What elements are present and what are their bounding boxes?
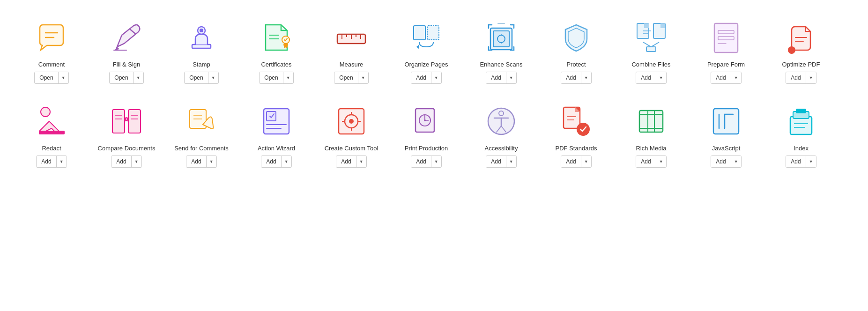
action-wizard-main-button[interactable]: Add [261,156,281,167]
svg-rect-23 [646,47,656,52]
create-custom-tool-arrow-button[interactable]: ▼ [356,156,366,167]
create-custom-tool-main-button[interactable]: Add [336,156,356,167]
accessibility-button-group: Add▼ [486,156,516,168]
tool-item-send-for-comments: Send for CommentsAdd▼ [164,93,239,172]
print-production-icon [408,103,445,140]
svg-rect-33 [39,131,65,134]
svg-rect-35 [112,110,125,133]
compare-documents-label: Compare Documents [98,145,156,152]
send-for-comments-button-group: Add▼ [186,156,216,168]
accessibility-label: Accessibility [485,145,518,152]
measure-main-button[interactable]: Open [334,72,357,83]
certificates-main-button[interactable]: Open [260,72,282,83]
javascript-label: JavaScript [712,145,741,152]
svg-point-30 [788,46,795,54]
fill-sign-main-button[interactable]: Open [110,72,133,83]
accessibility-main-button[interactable]: Add [486,156,505,167]
stamp-main-button[interactable]: Open [185,72,208,83]
measure-button-group: Open▼ [334,72,368,84]
measure-label: Measure [340,61,364,68]
send-for-comments-icon [183,103,220,140]
certificates-button-group: Open▼ [259,72,293,84]
action-wizard-icon [258,103,295,140]
pdf-standards-label: PDF Standards [556,145,597,152]
tool-item-combine-files: Combine FilesAdd▼ [614,9,689,89]
tool-item-protect: ProtectAdd▼ [539,9,614,89]
javascript-button-group: Add▼ [711,156,741,168]
certificates-arrow-button[interactable]: ▼ [283,72,293,83]
combine-files-main-button[interactable]: Add [636,72,655,83]
enhance-scans-icon [482,19,520,56]
index-arrow-button[interactable]: ▼ [806,156,816,167]
rich-media-icon [632,103,670,140]
compare-documents-arrow-button[interactable]: ▼ [131,156,141,167]
svg-point-50 [349,119,354,124]
action-wizard-button-group: Add▼ [261,156,291,168]
redact-main-button[interactable]: Add [37,156,56,167]
organize-pages-icon [408,19,445,56]
enhance-scans-arrow-button[interactable]: ▼ [506,72,516,83]
pdf-standards-main-button[interactable]: Add [561,156,580,167]
organize-pages-arrow-button[interactable]: ▼ [431,72,441,83]
tool-item-redact: RedactAdd▼ [14,93,89,172]
stamp-icon [183,19,220,56]
organize-pages-main-button[interactable]: Add [411,72,430,83]
optimize-pdf-main-button[interactable]: Add [786,72,805,83]
redact-arrow-button[interactable]: ▼ [56,156,67,167]
fill-sign-arrow-button[interactable]: ▼ [133,72,143,83]
send-for-comments-main-button[interactable]: Add [186,156,206,167]
create-custom-tool-icon [333,103,370,140]
compare-documents-button-group: Add▼ [111,156,141,168]
redact-label: Redact [42,145,61,152]
comment-arrow-button[interactable]: ▼ [58,72,68,83]
measure-arrow-button[interactable]: ▼ [358,72,368,83]
protect-main-button[interactable]: Add [561,72,580,83]
javascript-arrow-button[interactable]: ▼ [731,156,741,167]
protect-label: Protect [566,61,586,68]
tool-item-create-custom-tool: Create Custom ToolAdd▼ [314,93,389,172]
create-custom-tool-label: Create Custom Tool [325,145,378,152]
svg-rect-68 [790,117,812,134]
rich-media-label: Rich Media [636,145,666,152]
comment-icon [33,19,70,56]
stamp-label: Stamp [193,61,210,68]
send-for-comments-arrow-button[interactable]: ▼ [206,156,216,167]
accessibility-icon [482,103,520,140]
protect-arrow-button[interactable]: ▼ [581,72,591,83]
rich-media-arrow-button[interactable]: ▼ [656,156,666,167]
index-icon [782,103,820,140]
accessibility-arrow-button[interactable]: ▼ [506,156,516,167]
certificates-icon [258,19,295,56]
pdf-standards-arrow-button[interactable]: ▼ [581,156,591,167]
tool-item-optimize-pdf: Optimize PDFAdd▼ [764,9,838,89]
svg-rect-45 [267,111,276,121]
tool-item-certificates: CertificatesOpen▼ [239,9,314,89]
combine-files-arrow-button[interactable]: ▼ [656,72,666,83]
measure-icon [333,19,370,56]
combine-files-label: Combine Files [631,61,670,68]
optimize-pdf-label: Optimize PDF [782,61,820,68]
enhance-scans-main-button[interactable]: Add [486,72,505,83]
javascript-main-button[interactable]: Add [711,156,730,167]
compare-documents-main-button[interactable]: Add [111,156,131,167]
index-main-button[interactable]: Add [786,156,805,167]
svg-rect-16 [427,26,439,40]
svg-rect-18 [493,31,509,47]
index-label: Index [794,145,809,152]
stamp-arrow-button[interactable]: ▼ [208,72,218,83]
prepare-form-main-button[interactable]: Add [711,72,730,83]
comment-main-button[interactable]: Open [35,72,58,83]
compare-documents-icon [108,103,145,140]
prepare-form-arrow-button[interactable]: ▼ [731,72,741,83]
rich-media-main-button[interactable]: Add [636,156,655,167]
print-production-main-button[interactable]: Add [411,156,430,167]
print-production-arrow-button[interactable]: ▼ [431,156,441,167]
stamp-button-group: Open▼ [184,72,218,84]
optimize-pdf-button-group: Add▼ [786,72,816,84]
tool-item-compare-documents: Compare DocumentsAdd▼ [89,93,164,172]
organize-pages-button-group: Add▼ [411,72,441,84]
pdf-standards-icon [557,103,595,140]
action-wizard-arrow-button[interactable]: ▼ [281,156,291,167]
optimize-pdf-arrow-button[interactable]: ▼ [806,72,816,83]
svg-rect-62 [639,111,663,132]
